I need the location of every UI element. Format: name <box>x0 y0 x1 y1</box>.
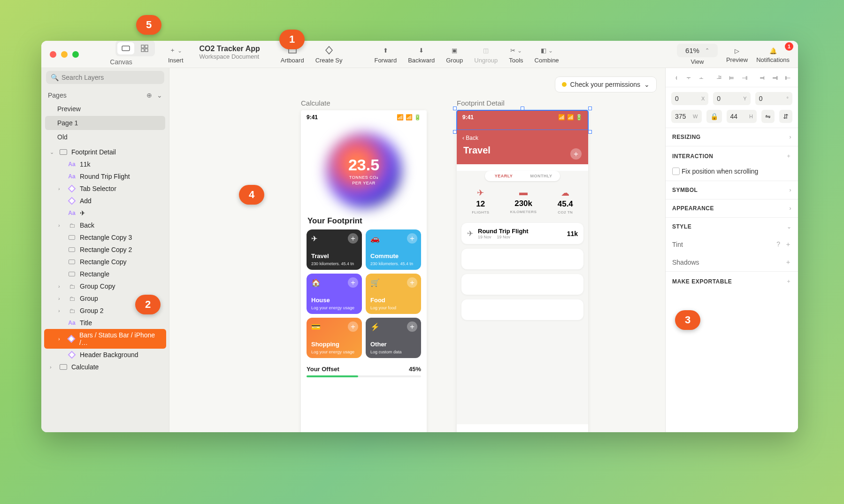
zoom-window-button[interactable] <box>72 51 79 58</box>
search-input[interactable] <box>61 74 160 81</box>
footprint-card[interactable]: ✈︎＋Travel230 kilometers. 45.4 tn <box>307 229 362 270</box>
search-layers[interactable]: 🔍 <box>46 71 164 84</box>
x-field[interactable]: 0X <box>671 92 708 105</box>
layer-row[interactable]: Header Background <box>44 349 166 361</box>
layer-row[interactable]: Rectangle Copy <box>44 256 166 268</box>
flip-h-icon[interactable]: ⇋ <box>761 110 775 123</box>
preview-button[interactable]: ▷Preview <box>726 45 748 63</box>
add-icon[interactable]: ＋ <box>570 148 582 160</box>
canvas[interactable]: Check your permissions ⌄ Calculate 9:41📶… <box>169 68 665 432</box>
help-icon[interactable]: ? <box>776 240 780 249</box>
offset-section: Your Offset45% <box>307 366 421 377</box>
layer-row[interactable]: Rectangle Copy 3 <box>44 231 166 244</box>
minimize-window-button[interactable] <box>61 51 68 58</box>
back-button[interactable]: ‹ Back <box>457 132 588 143</box>
layer-row[interactable]: AaRound Trip Flight <box>44 170 166 183</box>
layer-row[interactable]: Rectangle <box>44 268 166 280</box>
align-center-v-icon[interactable]: ⫢ <box>727 73 737 82</box>
distribute-h-icon[interactable]: ⫤ <box>758 73 767 82</box>
zoom-dropdown[interactable]: 61%⌃ <box>677 44 718 57</box>
artboard-calculate[interactable]: 9:41📶 📶 🔋 23.5 TONNES CO₂ PER YEAR Your … <box>301 110 427 432</box>
components-view-icon[interactable] <box>136 42 153 54</box>
window-controls <box>41 51 87 58</box>
canvas-view-icon[interactable] <box>117 42 134 54</box>
lock-aspect-icon[interactable]: 🔒 <box>706 110 722 123</box>
backward-tool[interactable]: ⬇Backward <box>408 45 435 64</box>
close-window-button[interactable] <box>50 51 56 58</box>
appearance-section[interactable]: APPEARANCE› <box>666 199 798 217</box>
layer-row[interactable]: ⌄Footprint Detail <box>44 146 166 158</box>
y-field[interactable]: 0Y <box>713 92 750 105</box>
layer-row[interactable]: Aa✈︎ <box>44 207 166 219</box>
layer-row[interactable]: Add <box>44 195 166 207</box>
pages-chevron-icon[interactable]: ⌄ <box>157 92 162 99</box>
footprint-card[interactable]: 🏠＋HouseLog your energy usage <box>307 274 362 314</box>
document-title: CO2 Tracker App Workspace Document <box>199 45 260 60</box>
notification-badge: 1 <box>785 42 793 51</box>
screen-title: Travel <box>457 143 588 158</box>
page-item-old[interactable]: Old <box>45 130 165 144</box>
height-field[interactable]: 44H <box>727 110 757 123</box>
tint-row[interactable]: Tint?＋ <box>666 236 798 253</box>
distribute-v-icon[interactable]: ⫥ <box>770 73 780 82</box>
width-field[interactable]: 375W <box>671 110 702 123</box>
add-icon[interactable]: ＋ <box>348 277 358 288</box>
add-tint-icon[interactable]: ＋ <box>785 240 791 249</box>
add-shadow-icon[interactable]: ＋ <box>785 258 791 267</box>
symbol-section[interactable]: SYMBOL› <box>666 181 798 199</box>
artboard-footprint-detail[interactable]: 9:41📶 📶 🔋 ‹ Back Travel ＋ YEARLY MO <box>457 110 588 432</box>
layer-row[interactable]: Aa11k <box>44 158 166 170</box>
group-tool[interactable]: ▣Group <box>446 45 463 64</box>
add-icon[interactable]: ＋ <box>407 277 417 288</box>
align-right-icon[interactable]: ⫠ <box>697 73 706 82</box>
app-window: Canvas ＋ Insert CO2 Tracker App Workspac… <box>41 41 798 432</box>
artboard-label-footprint-detail[interactable]: Footprint Detail <box>457 99 505 107</box>
footprint-card[interactable]: 💳＋ShoppingLog your energy usage <box>307 318 362 358</box>
interaction-section[interactable]: INTERACTION＋ <box>666 146 798 166</box>
create-symbol-tool[interactable]: Create Sy <box>315 45 343 64</box>
tidy-icon[interactable]: ⫦ <box>783 73 792 82</box>
footprint-card[interactable]: 🚗＋Commute230 kilometers. 45.4 tn <box>366 229 421 270</box>
add-icon[interactable]: ＋ <box>407 233 417 244</box>
style-section[interactable]: STYLE⌄ <box>666 217 798 236</box>
add-icon[interactable]: ＋ <box>407 321 417 332</box>
tab-selector[interactable]: YEARLY MONTHLY <box>485 171 560 181</box>
trip-row[interactable]: ✈︎ Round Trip Flight19 Nov19 Nov 11k <box>461 223 583 244</box>
page-item-page1[interactable]: Page 1 <box>45 116 165 130</box>
shadows-row[interactable]: Shadows＋ <box>666 253 798 271</box>
layer-row[interactable]: Rectangle Copy 2 <box>44 244 166 256</box>
add-page-icon[interactable]: ⊕ <box>146 92 152 99</box>
notifications-button[interactable]: 🔔 Notifications 1 <box>756 45 790 63</box>
artboard-label-calculate[interactable]: Calculate <box>301 99 330 107</box>
align-center-h-icon[interactable]: ⫟ <box>684 73 694 82</box>
align-left-icon[interactable]: ⫞ <box>671 73 681 82</box>
resizing-section[interactable]: RESIZING› <box>666 128 798 146</box>
layer-row[interactable]: ›🗀Group Copy <box>44 280 166 292</box>
insert-tool[interactable]: ＋ Insert <box>168 45 184 64</box>
add-icon[interactable]: ＋ <box>348 233 358 244</box>
layer-row[interactable]: ›Tab Selector <box>44 183 166 195</box>
fix-position-checkbox[interactable]: Fix position when scrolling <box>666 166 798 181</box>
align-top-icon[interactable]: ⫡ <box>714 73 724 82</box>
layer-row[interactable]: ›Bars / Status Bar / iPhone /… <box>44 329 166 349</box>
header-selected[interactable]: 9:41📶 📶 🔋 <box>457 110 588 130</box>
callout-3: 3 <box>675 310 700 330</box>
add-icon[interactable]: ＋ <box>348 321 358 332</box>
page-item-preview[interactable]: Preview <box>45 102 165 116</box>
tools-tool[interactable]: ✂ Tools <box>509 45 523 64</box>
inspector-panel: ⫞⫟⫠ ⫡⫢⫣ ⫤⫥⫦ 0X 0Y 0° 375W 🔒 44H ⇋ ⇵ RESI… <box>665 68 798 432</box>
flip-v-icon[interactable]: ⇵ <box>779 110 792 123</box>
view-mode-segmented[interactable] <box>115 41 155 56</box>
permissions-pill[interactable]: Check your permissions ⌄ <box>555 76 657 92</box>
layer-row[interactable]: ›Calculate <box>44 361 166 373</box>
footprint-card[interactable]: ⚡＋OtherLog custom data <box>366 318 421 358</box>
combine-tool[interactable]: ◧ Combine <box>535 45 559 64</box>
footprint-card[interactable]: 🛒＋FoodLog your food <box>366 274 421 314</box>
align-bottom-icon[interactable]: ⫣ <box>739 73 749 82</box>
layer-row[interactable]: ›🗀Back <box>44 219 166 231</box>
alignment-controls[interactable]: ⫞⫟⫠ ⫡⫢⫣ ⫤⫥⫦ <box>666 68 798 87</box>
rotation-field[interactable]: 0° <box>755 92 792 105</box>
exportable-section[interactable]: MAKE EXPORTABLE＋ <box>666 271 798 291</box>
layer-row[interactable]: AaTitle <box>44 317 166 329</box>
forward-tool[interactable]: ⬆Forward <box>374 45 397 64</box>
